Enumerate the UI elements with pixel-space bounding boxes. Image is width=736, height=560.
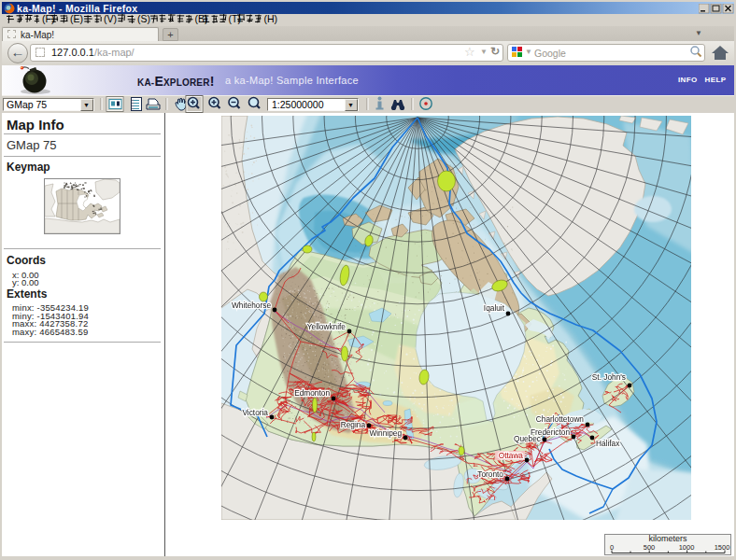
svg-text:Toronto: Toronto <box>477 469 503 479</box>
svg-text:Charlottetown: Charlottetown <box>536 414 585 424</box>
svg-text:1000: 1000 <box>679 543 695 552</box>
svg-text:(T): (T) <box>229 13 241 24</box>
svg-text:(F): (F) <box>42 13 54 24</box>
svg-text:(E): (E) <box>70 13 83 24</box>
svg-text:St. John's: St. John's <box>592 372 626 382</box>
svg-text:Winnipeg: Winnipeg <box>369 428 402 438</box>
svg-text:1500: 1500 <box>715 543 730 552</box>
svg-text:Halifax: Halifax <box>596 439 620 448</box>
svg-text:Victoria: Victoria <box>242 408 268 417</box>
svg-text:Whitehorse: Whitehorse <box>232 301 271 310</box>
svg-text:(V): (V) <box>104 13 117 24</box>
svg-text:Quebec: Quebec <box>514 434 541 443</box>
svg-text:Edmonton: Edmonton <box>294 388 330 398</box>
svg-text:(S): (S) <box>137 13 150 24</box>
svg-text:Ottawa: Ottawa <box>499 451 524 460</box>
svg-text:Regina: Regina <box>341 420 366 429</box>
svg-text:(H): (H) <box>264 13 278 24</box>
svg-text:(B): (B) <box>195 13 208 24</box>
svg-text:Yellowknife: Yellowknife <box>307 322 347 331</box>
svg-text:Iqaluit: Iqaluit <box>484 303 505 313</box>
